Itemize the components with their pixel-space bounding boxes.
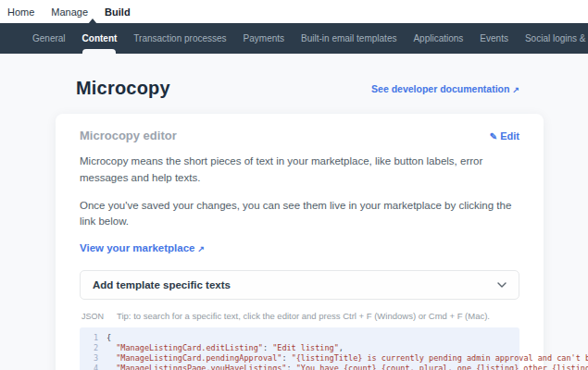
accordion-label: Add template specific texts: [93, 279, 231, 290]
code-line: 4 "ManageListingsPage.youHaveListings": …: [80, 364, 519, 370]
code-text: "ManageListingCard.editListing": "Edit l…: [106, 343, 344, 353]
code-text: "ManageListingsPage.youHaveListings": "Y…: [106, 364, 588, 370]
external-link-icon: ↗: [512, 85, 519, 94]
line-number: 1: [80, 333, 98, 343]
developer-documentation-link[interactable]: See developer documentation↗: [371, 83, 519, 94]
line-number: 3: [80, 353, 98, 364]
subnav-tab-payments[interactable]: Payments: [235, 23, 293, 54]
editor-tip-text: Tip: to search for a specific text, clic…: [117, 311, 490, 321]
view-marketplace-link[interactable]: View your marketplace↗: [80, 242, 205, 253]
line-number: 4: [80, 364, 98, 370]
subnav-tab-built-in-email-templates[interactable]: Built-in email templates: [293, 23, 405, 54]
subnav-tab-transaction-processes[interactable]: Transaction processes: [125, 23, 234, 54]
microcopy-json-editor[interactable]: 1{2 "ManageListingCard.editListing": "Ed…: [80, 327, 519, 370]
content-page: Microcopy See developer documentation↗ M…: [0, 54, 588, 370]
microcopy-description: Microcopy means the short pieces of text…: [80, 154, 519, 187]
topbar-item-manage[interactable]: Manage: [51, 6, 88, 18]
page-heading-row: Microcopy See developer documentation↗: [0, 54, 588, 114]
code-text: "ManageListingCard.pendingApproval": "{l…: [106, 353, 588, 364]
page-title: Microcopy: [76, 78, 170, 99]
topbar-item-home[interactable]: Home: [7, 6, 34, 18]
subnav-tab-social-logins-sso[interactable]: Social logins & SSO: [517, 23, 588, 54]
editor-mode-label: JSON: [81, 312, 104, 321]
card-header: Microcopy editor ✎Edit: [80, 129, 519, 142]
subnav-tab-content[interactable]: Content: [74, 23, 126, 54]
microcopy-editor-card: Microcopy editor ✎Edit Microcopy means t…: [56, 114, 544, 370]
edit-button[interactable]: ✎Edit: [490, 130, 519, 142]
microcopy-save-note: Once you've saved your changes, you can …: [80, 198, 519, 231]
code-line: 1{: [80, 333, 519, 343]
developer-documentation-label: See developer documentation: [371, 83, 509, 94]
edit-label: Edit: [500, 130, 519, 142]
view-marketplace-label: View your marketplace: [80, 242, 194, 253]
line-number: 2: [80, 343, 98, 353]
editor-tip-row: JSON Tip: to search for a specific text,…: [80, 311, 519, 321]
pencil-icon: ✎: [490, 131, 497, 142]
add-template-texts-accordion[interactable]: Add template specific texts: [80, 270, 519, 300]
subnav-tab-events[interactable]: Events: [471, 23, 517, 54]
code-text: {: [106, 333, 111, 343]
code-line: 2 "ManageListingCard.editListing": "Edit…: [80, 343, 519, 353]
topbar-item-build[interactable]: Build: [105, 6, 131, 18]
subnav-tab-general[interactable]: General: [24, 23, 74, 54]
card-title: Microcopy editor: [80, 129, 177, 142]
code-line: 3 "ManageListingCard.pendingApproval": "…: [80, 353, 519, 364]
subnav-tab-applications[interactable]: Applications: [405, 23, 471, 54]
chevron-down-icon: [497, 282, 507, 288]
build-subnav: GeneralContentTransaction processesPayme…: [0, 23, 588, 54]
external-link-icon: ↗: [197, 244, 205, 253]
